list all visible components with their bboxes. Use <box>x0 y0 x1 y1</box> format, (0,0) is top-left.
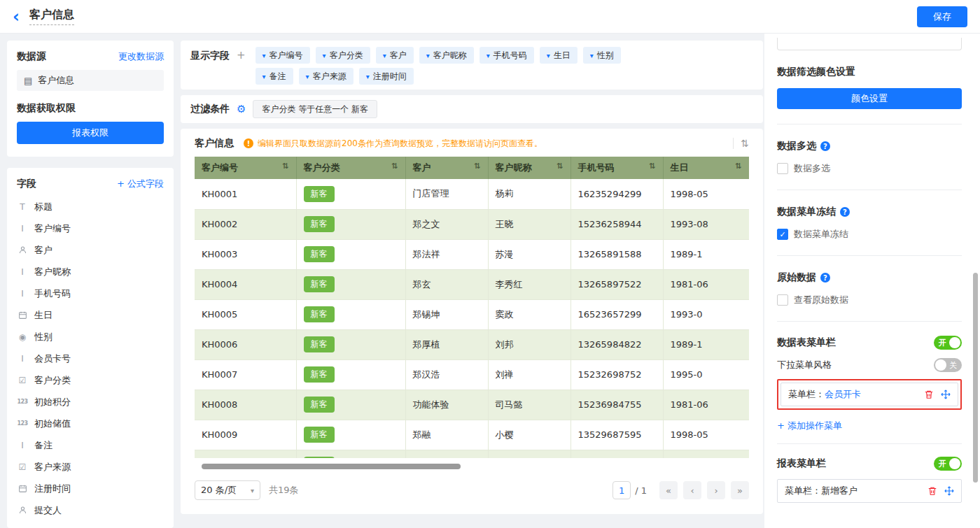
sort-icon[interactable]: ⇅ <box>474 162 480 171</box>
menubar-value[interactable]: 会员开卡 <box>825 388 861 401</box>
move-icon[interactable] <box>944 486 954 496</box>
table-header-cell[interactable]: 客户编号⇅ <box>195 157 296 179</box>
field-chip[interactable]: ▾注册时间 <box>359 68 414 85</box>
field-chip[interactable]: ▾客户 <box>376 47 414 64</box>
table-cell: 郑玄 <box>405 269 488 299</box>
field-item-submitter[interactable]: 提交人 <box>17 499 164 521</box>
first-page-button[interactable]: « <box>659 481 678 499</box>
table-header-cell[interactable]: 客户分类⇅ <box>296 157 405 179</box>
table-cell: 功能体验 <box>405 390 488 420</box>
table-cell: 郑锡坤 <box>405 299 488 329</box>
field-item-member-card[interactable]: I 会员卡号 <box>17 348 164 369</box>
table-menubar-toggle[interactable]: 开 <box>934 336 962 350</box>
horizontal-scrollbar-thumb[interactable] <box>202 464 461 469</box>
gear-icon[interactable]: ⚙ <box>237 103 246 115</box>
table-header-cell[interactable]: 客户昵称⇅ <box>488 157 570 179</box>
report-menubar-item[interactable]: 菜单栏： 新增客户 <box>777 479 962 503</box>
help-icon[interactable]: ? <box>820 141 830 151</box>
report-permission-button[interactable]: 报表权限 <box>17 122 164 144</box>
datasource-title: 数据源 <box>17 50 46 63</box>
person-icon <box>17 506 28 515</box>
change-datasource-link[interactable]: 更改数据源 <box>118 50 164 63</box>
save-button[interactable]: 保存 <box>917 6 967 27</box>
menubar-item[interactable]: 菜单栏： 会员开卡 <box>780 383 958 406</box>
sort-icon[interactable]: ⇅ <box>282 162 288 171</box>
table-sort-icon[interactable]: ⇅ <box>741 138 749 149</box>
chip-label: 注册时间 <box>373 71 407 83</box>
multi-select-checkbox-row[interactable]: 数据多选 <box>777 162 962 175</box>
chip-label: 客户 <box>390 50 407 62</box>
sort-icon[interactable]: ⇅ <box>556 162 563 171</box>
field-chip[interactable]: ▾生日 <box>540 47 578 64</box>
field-chip[interactable]: ▾客户昵称 <box>419 47 474 64</box>
calendar-icon <box>17 311 28 320</box>
field-item-phone[interactable]: I 手机号码 <box>17 283 164 304</box>
raw-data-checkbox-row[interactable]: 查看原始数据 <box>777 294 962 306</box>
current-page[interactable]: 1 <box>612 481 631 499</box>
prev-page-button[interactable]: ‹ <box>683 481 701 499</box>
field-item-remark[interactable]: I 备注 <box>17 434 164 456</box>
menubar-value[interactable]: 新增客户 <box>821 485 858 497</box>
datasource-panel: 数据源 更改数据源 ▤ 客户信息 数据获取权限 报表权限 <box>7 41 174 157</box>
field-chip[interactable]: ▾客户分类 <box>316 47 370 64</box>
table-header-cell[interactable]: 客户⇅ <box>405 157 488 179</box>
field-chip[interactable]: ▾性别 <box>583 47 621 64</box>
field-item-title[interactable]: T 标题 <box>17 196 164 217</box>
trash-icon[interactable] <box>927 486 937 496</box>
table-cell: 新客 <box>296 450 405 458</box>
filter-chip[interactable]: 客户分类 等于任意一个 新客 <box>253 100 377 118</box>
table-cell: 新客 <box>296 179 405 209</box>
field-item-customer[interactable]: 客户 <box>17 239 164 261</box>
table-panel: 客户信息 ! 编辑界面只取数据源前200条作为查询数据预览，完整数据请访问页面查… <box>181 129 763 514</box>
report-menubar-toggle[interactable]: 开 <box>934 457 962 471</box>
vertical-scrollbar-thumb[interactable] <box>973 273 978 483</box>
field-chip[interactable]: ▾客户来源 <box>299 68 354 85</box>
sort-icon[interactable]: ⇅ <box>391 162 398 171</box>
table-cell: 1981-06 <box>663 390 749 420</box>
sort-icon[interactable]: ⇅ <box>735 162 741 171</box>
horizontal-scrollbar[interactable] <box>195 464 749 469</box>
next-page-button[interactable]: › <box>707 481 725 499</box>
page-size-select[interactable]: 20 条/页 ▾ <box>195 480 260 500</box>
help-icon[interactable]: ? <box>840 207 850 217</box>
add-action-menu-link[interactable]: + 添加操作菜单 <box>777 420 842 432</box>
field-item-customer-no[interactable]: I 客户编号 <box>17 217 164 239</box>
sort-icon[interactable]: ⇅ <box>649 162 655 171</box>
caret-down-icon: ▾ <box>306 73 309 80</box>
topbar: ‹ 客户信息 保存 <box>0 0 980 34</box>
field-chip[interactable]: ▾客户编号 <box>255 47 310 64</box>
datasource-item[interactable]: ▤ 客户信息 <box>17 70 164 91</box>
page-title[interactable]: 客户信息 <box>29 8 74 25</box>
table-cell <box>405 450 488 458</box>
field-item-initial-value[interactable]: 123 初始储值 <box>17 413 164 434</box>
field-item-birthday[interactable]: 生日 <box>17 304 164 326</box>
field-item-register-time[interactable]: 注册时间 <box>17 478 164 499</box>
text-field-icon: I <box>17 441 28 450</box>
field-item-gender[interactable]: ◉ 性别 <box>17 326 164 348</box>
field-item-initial-points[interactable]: 123 初始积分 <box>17 391 164 413</box>
field-chip[interactable]: ▾备注 <box>255 68 293 85</box>
caret-down-icon: ▾ <box>486 52 490 59</box>
field-item-nickname[interactable]: I 客户昵称 <box>17 261 164 283</box>
checkbox-unchecked[interactable] <box>777 294 788 306</box>
color-settings-button[interactable]: 颜色设置 <box>777 88 962 109</box>
back-icon[interactable]: ‹ <box>13 10 20 24</box>
formula-field-link[interactable]: + 公式字段 <box>117 178 164 190</box>
help-icon[interactable]: ? <box>820 273 830 283</box>
table-cell: 新客 <box>296 269 405 299</box>
checkbox-checked[interactable]: ✓ <box>777 229 788 240</box>
field-item-category[interactable]: ☑ 客户分类 <box>17 369 164 391</box>
table-header-cell[interactable]: 生日⇅ <box>663 157 749 179</box>
last-page-button[interactable]: » <box>731 481 749 499</box>
table-header-cell[interactable]: 手机号码⇅ <box>570 157 663 179</box>
chip-label: 客户昵称 <box>433 50 467 62</box>
add-display-field-button[interactable]: + <box>237 49 246 83</box>
checkbox-unchecked[interactable] <box>777 163 788 174</box>
field-item-source[interactable]: ☑ 客户来源 <box>17 456 164 478</box>
move-icon[interactable] <box>941 390 951 399</box>
field-chip[interactable]: ▾手机号码 <box>479 47 534 64</box>
trash-icon[interactable] <box>924 390 934 399</box>
select-icon: ☑ <box>17 376 28 385</box>
dropdown-style-toggle[interactable]: 关 <box>934 358 962 372</box>
menu-freeze-checkbox-row[interactable]: ✓ 数据菜单冻结 <box>777 228 962 241</box>
